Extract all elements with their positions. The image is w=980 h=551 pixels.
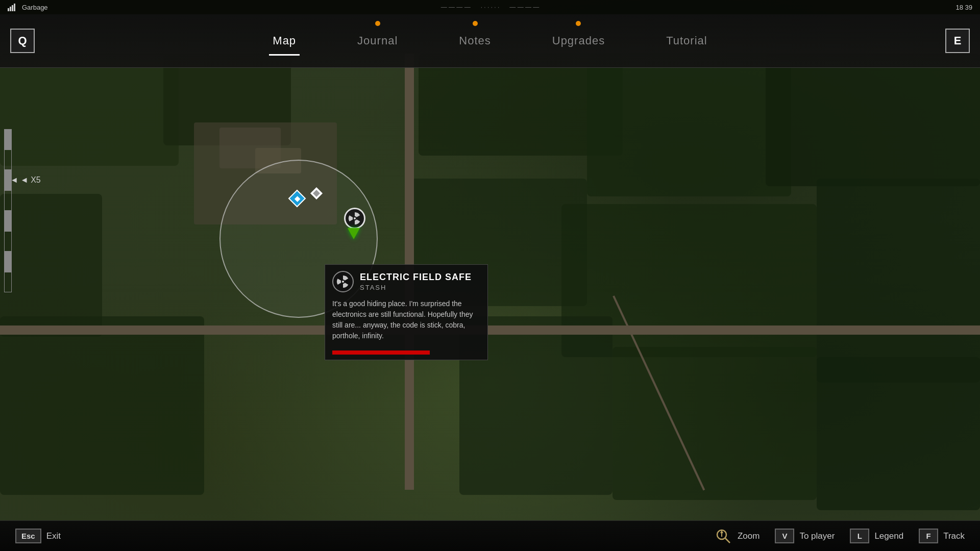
map-area[interactable]: ◄ ◄ X5 ◆	[0, 68, 980, 520]
l-key[interactable]: L	[850, 529, 869, 543]
system-bar-center: — — — — · · · · · · — — — —	[441, 4, 540, 11]
svg-point-10	[354, 217, 356, 219]
poi-title: ELECTRIC FIELD SAFE	[360, 272, 472, 283]
svg-point-13	[342, 281, 344, 283]
svg-rect-3	[14, 4, 15, 11]
notes-dot-indicator	[473, 21, 478, 26]
legend-action[interactable]: L Legend	[850, 529, 903, 543]
signal-icon	[8, 3, 18, 11]
journal-dot-indicator	[375, 21, 380, 26]
chest-marker[interactable]: ◆	[288, 189, 306, 210]
svg-rect-0	[8, 8, 9, 11]
poi-redline	[332, 350, 430, 355]
tab-map[interactable]: Map	[242, 30, 327, 52]
zoom-label: Zoom	[738, 531, 760, 541]
svg-rect-2	[12, 5, 13, 11]
dots-right: — — — —	[509, 4, 539, 11]
tab-journal[interactable]: Journal	[327, 30, 428, 52]
to-player-action[interactable]: V To player	[775, 529, 835, 543]
location-marker[interactable]	[309, 186, 324, 203]
zoom-indicator: ◄ ◄ X5	[10, 176, 41, 185]
esc-key[interactable]: Esc	[15, 529, 41, 543]
svg-text:◆: ◆	[294, 194, 301, 203]
upgrades-dot-indicator	[576, 21, 581, 26]
zoom-arrow-icon: ◄	[10, 176, 18, 185]
poi-subtitle: STASH	[360, 284, 472, 291]
system-time: 18 39	[955, 4, 972, 11]
to-player-label: To player	[799, 531, 835, 541]
system-bar: Garbage — — — — · · · · · · — — — — 18 3…	[0, 0, 980, 14]
scale-bar	[4, 129, 12, 292]
zoom-action[interactable]: Zoom	[714, 527, 760, 545]
player-marker	[348, 228, 360, 239]
exit-label: Exit	[46, 531, 61, 541]
nav-key-q[interactable]: Q	[10, 29, 35, 53]
tab-tutorial[interactable]: Tutorial	[635, 30, 738, 52]
poi-popup-header: ELECTRIC FIELD SAFE STASH	[325, 265, 487, 296]
exit-action[interactable]: Esc Exit	[15, 529, 61, 543]
track-label: Track	[943, 531, 965, 541]
v-key[interactable]: V	[775, 529, 794, 543]
dots-center: · · · · · ·	[481, 4, 500, 11]
poi-title-area: ELECTRIC FIELD SAFE STASH	[360, 272, 472, 291]
dots-left: — — — —	[441, 4, 471, 11]
bottom-bar: Esc Exit Zoom V To player L Lege	[0, 520, 980, 551]
radiation-icon	[344, 208, 365, 229]
poi-description: It's a good hiding place. I'm surprised …	[325, 296, 487, 346]
zoom-icon	[714, 527, 732, 545]
app-name: Garbage	[22, 4, 48, 11]
legend-label: Legend	[874, 531, 903, 541]
bottom-right-actions: Zoom V To player L Legend F Track	[714, 527, 965, 545]
system-bar-left: Garbage	[8, 3, 48, 11]
zoom-level: ◄ X5	[20, 176, 41, 185]
nav-bar: Q Map Journal Notes Upgrades Tutorial E	[0, 14, 980, 68]
radiation-marker[interactable]	[344, 208, 365, 229]
svg-rect-1	[10, 7, 11, 11]
tab-upgrades[interactable]: Upgrades	[522, 30, 635, 52]
nav-key-e[interactable]: E	[945, 29, 970, 53]
tab-notes[interactable]: Notes	[428, 30, 521, 52]
nav-tabs: Map Journal Notes Upgrades Tutorial	[45, 30, 935, 52]
poi-popup: ELECTRIC FIELD SAFE STASH It's a good hi…	[325, 264, 488, 360]
svg-line-15	[725, 538, 730, 543]
poi-radiation-icon	[332, 271, 354, 292]
f-key[interactable]: F	[919, 529, 938, 543]
track-action[interactable]: F Track	[919, 529, 965, 543]
